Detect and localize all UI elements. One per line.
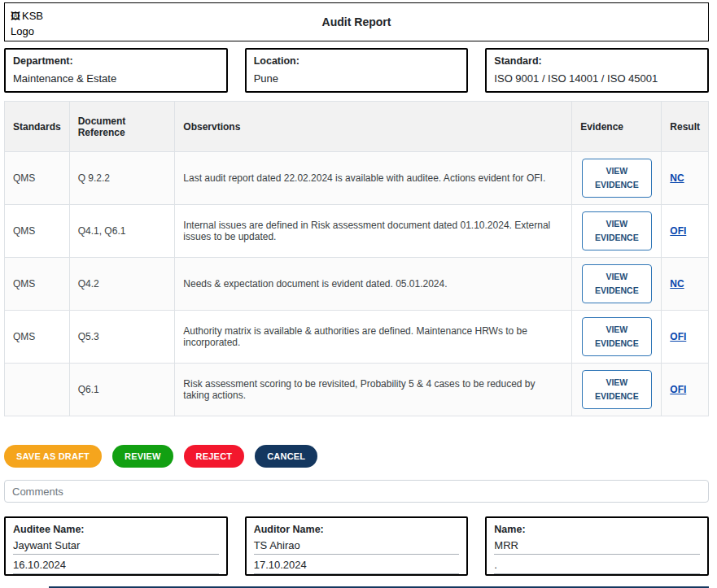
result-link[interactable]: NC [670,172,684,184]
auditor-name-field[interactable]: TS Ahirao [254,535,460,555]
findings-table: Standards Document Reference Observtions… [4,101,709,416]
result-link[interactable]: OFI [670,225,686,237]
department-field: Department: Maintenance & Estate [4,48,228,93]
mrr-name-label: Name: [494,524,700,535]
audit-report-page: 🖼KSB Logo Audit Report Department: Maint… [4,0,709,588]
review-button[interactable]: REVIEW [112,445,173,468]
header-observations: Observtions [175,102,572,152]
auditee-date-field[interactable]: 16.10.2024 [13,555,219,574]
view-evidence-button[interactable]: VIEW EVIDENCE [582,370,652,409]
broken-image-icon: 🖼 [11,11,20,22]
cell-observation: Needs & expectation document is evident … [175,258,572,311]
reject-button[interactable]: REJECT [184,445,245,468]
ksb-logo: 🖼KSB Logo [11,9,61,40]
header-evidence: Evidence [572,102,662,152]
location-label: Location: [254,55,460,67]
standard-field: Standard: ISO 9001 / ISO 14001 / ISO 450… [485,48,709,93]
standard-value: ISO 9001 / ISO 14001 / ISO 45001 [494,72,700,85]
location-value: Pune [254,72,460,85]
findings-table-header: Standards Document Reference Observtions… [5,102,709,152]
comments-input[interactable] [4,480,709,503]
header-standards: Standards [5,102,70,152]
table-row: QMS Q 9.2.2 Last audit report dated 22.0… [5,152,709,205]
action-button-row: SAVE AS DRAFT REVIEW REJECT CANCEL [4,445,709,468]
info-field-row: Department: Maintenance & Estate Locatio… [4,48,709,93]
mrr-name-field[interactable]: MRR [494,535,700,555]
auditor-name-label: Auditor Name: [254,524,460,535]
mrr-signature-box: Name: MRR . [485,516,709,576]
view-evidence-button[interactable]: VIEW EVIDENCE [582,264,652,303]
report-header: 🖼KSB Logo Audit Report [4,2,709,41]
location-field: Location: Pune [245,48,469,93]
auditor-date-field[interactable]: 17.10.2024 [254,555,460,574]
department-label: Department: [13,55,219,67]
view-evidence-button[interactable]: VIEW EVIDENCE [582,159,652,198]
cell-standard: QMS [5,258,70,311]
view-evidence-button[interactable]: VIEW EVIDENCE [582,317,652,356]
save-as-draft-button[interactable]: SAVE AS DRAFT [4,445,102,468]
cell-reference: Q 9.2.2 [69,152,175,205]
result-link[interactable]: OFI [670,331,686,342]
cell-observation: Internal issues are defined in Risk asse… [175,205,572,258]
auditee-name-label: Auditee Name: [13,524,219,535]
auditee-name-field[interactable]: Jaywant Sutar [13,535,219,555]
cell-reference: Q5.3 [69,311,175,364]
cell-observation: Risk assessment scoring to be revisited,… [175,364,572,416]
table-row: QMS Q5.3 Authority matrix is available &… [5,311,709,364]
cell-observation: Last audit report dated 22.02.2024 is av… [175,152,572,205]
cancel-button[interactable]: CANCEL [255,445,317,468]
cell-standard: QMS [5,205,70,258]
table-row: Q6.1 Risk assessment scoring to be revis… [5,364,709,416]
cell-reference: Q4.2 [69,258,175,311]
auditee-signature-box: Auditee Name: Jaywant Sutar 16.10.2024 [4,516,228,576]
cell-reference: Q4.1, Q6.1 [69,205,175,258]
department-value: Maintenance & Estate [13,72,219,85]
standard-label: Standard: [494,55,700,67]
result-link[interactable]: NC [670,278,684,290]
auditor-signature-box: Auditor Name: TS Ahirao 17.10.2024 [245,516,469,576]
cell-standard [5,364,70,416]
cell-standard: QMS [5,311,70,364]
signature-row: Auditee Name: Jaywant Sutar 16.10.2024 A… [4,516,709,576]
header-document-reference: Document Reference [69,102,175,152]
table-row: QMS Q4.2 Needs & expectation document is… [5,258,709,311]
cell-standard: QMS [5,152,70,205]
header-result: Result [662,102,709,152]
view-evidence-button[interactable]: VIEW EVIDENCE [582,211,652,250]
cell-reference: Q6.1 [69,364,175,416]
mrr-date-field[interactable]: . [494,555,700,574]
cell-observation: Authority matrix is available & authorit… [175,311,572,364]
page-title: Audit Report [322,15,391,28]
result-link[interactable]: OFI [670,384,686,395]
table-row: QMS Q4.1, Q6.1 Internal issues are defin… [5,205,709,258]
